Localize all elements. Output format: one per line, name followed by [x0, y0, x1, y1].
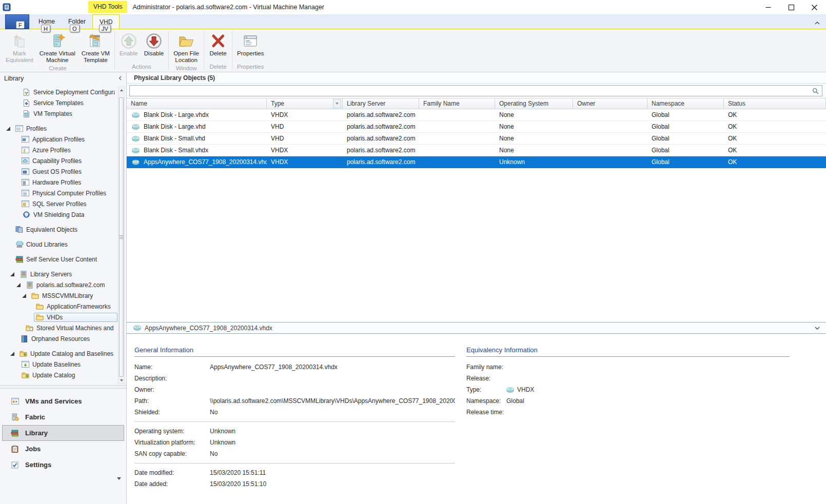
detail-field-description: Description:: [134, 373, 455, 384]
column-header-namespace[interactable]: Namespace: [647, 98, 724, 109]
scroll-up-icon[interactable]: [119, 87, 124, 93]
search-row: [127, 84, 826, 98]
sidebar-splitter[interactable]: [0, 385, 126, 389]
scrollbar-track[interactable]: [119, 93, 124, 97]
detail-field-name: Name:AppsAnywhere_COS77_1908_20200314.vh…: [134, 361, 455, 373]
cell-type: VHDX: [267, 145, 343, 156]
tree-item-update-catalog-and-baselines[interactable]: Update Catalog and Baselines: [0, 348, 126, 359]
column-header-type[interactable]: Type: [267, 98, 343, 109]
tree-item-applicationframeworks[interactable]: ApplicationFrameworks: [0, 301, 126, 312]
expanded-arrow-icon[interactable]: [6, 127, 10, 131]
nav-item-settings[interactable]: Settings: [2, 457, 124, 473]
maximize-button[interactable]: [780, 0, 803, 14]
cell-owner: [573, 133, 647, 144]
tree-item-self-service-user-content[interactable]: Self Service User Content: [0, 254, 126, 265]
vhd-disk-icon: [132, 148, 140, 153]
app-icon[interactable]: [3, 3, 11, 11]
tree-item-azure-profiles[interactable]: Azure Profiles: [0, 145, 126, 155]
expanded-arrow-icon[interactable]: [10, 272, 14, 276]
physical-computer-profiles-icon: [21, 190, 30, 197]
column-header-owner[interactable]: Owner: [573, 98, 647, 109]
ribbon-group-properties: PropertiesProperties: [233, 30, 267, 72]
properties-button[interactable]: Properties: [234, 30, 266, 58]
filter-dropdown-icon[interactable]: [333, 99, 341, 108]
tree-item-update-catalog[interactable]: Update Catalog: [0, 370, 126, 380]
cell-status: OK: [724, 121, 826, 132]
tree-item-guest-os-profiles[interactable]: Guest OS Profiles: [0, 166, 126, 177]
collapse-sidebar-icon[interactable]: [119, 76, 122, 80]
scroll-down-icon[interactable]: [119, 377, 124, 384]
tree-item-msscvmmlibrary[interactable]: MSSCVMMLibrary: [0, 290, 126, 301]
cell-type: VHDX: [267, 109, 343, 120]
table-row[interactable]: Blank Disk - Large.vhdxVHDXpolaris.ad.so…: [127, 109, 826, 121]
delete-button[interactable]: Delete: [206, 30, 230, 58]
table-row[interactable]: Blank Disk - Small.vhdxVHDXpolaris.ad.so…: [127, 145, 826, 156]
expanded-arrow-icon[interactable]: [10, 352, 14, 356]
vms-and-services-icon: [10, 398, 20, 405]
disable-button[interactable]: Disable: [142, 30, 166, 58]
column-header-library-server[interactable]: Library Server: [343, 98, 419, 109]
table-row[interactable]: AppsAnywhere_COS77_1908_20200314.vhdxVHD…: [127, 156, 826, 168]
tree-item-cloud-libraries[interactable]: Cloud Libraries: [0, 239, 126, 250]
field-label: Date modified:: [134, 469, 210, 476]
folder-icon: [35, 314, 44, 321]
create-virtual-machine-button[interactable]: Create VirtualMachine: [37, 30, 78, 65]
tree-item-vhds[interactable]: VHDs: [0, 312, 126, 322]
nav-item-library[interactable]: Library: [2, 425, 124, 441]
tree-item-label: Application Profiles: [32, 136, 85, 143]
cell-library-server: polaris.ad.software2.com: [343, 121, 419, 132]
cell-status: OK: [724, 145, 826, 156]
expanded-arrow-icon[interactable]: [16, 283, 21, 287]
column-header-name[interactable]: Name: [127, 98, 267, 109]
expanded-arrow-icon[interactable]: [22, 294, 26, 298]
application-profiles-icon: [21, 136, 30, 143]
chevron-down-icon[interactable]: [815, 327, 820, 330]
tree-item-service-deployment-configuratio[interactable]: Service Deployment Configuratio: [0, 87, 126, 97]
tree-item-stored-virtual-machines-and-se[interactable]: Stored Virtual Machines and Se: [0, 322, 126, 333]
table-row[interactable]: Blank Disk - Large.vhdVHDpolaris.ad.soft…: [127, 121, 826, 133]
field-label: Virtualization platform:: [134, 439, 210, 446]
table-row[interactable]: Blank Disk - Small.vhdVHDpolaris.ad.soft…: [127, 133, 826, 145]
workspace-overflow-icon[interactable]: [117, 477, 121, 480]
tree-item-label: MSSCVMMLibrary: [42, 292, 93, 299]
minimize-button[interactable]: [757, 0, 780, 14]
tree-item-polaris-ad-software2-com[interactable]: polaris.ad.software2.com: [0, 279, 126, 290]
tree-scrollbar[interactable]: [118, 86, 125, 384]
tree-item-vm-shielding-data[interactable]: VM Shielding Data: [0, 209, 126, 220]
column-header-operating-system[interactable]: Operating System: [495, 98, 573, 109]
vmm-window: VHD Tools Administrator - polaris.ad.sof…: [0, 0, 826, 504]
tree-item-vm-templates[interactable]: VM Templates: [0, 108, 126, 119]
tree-item-update-baselines[interactable]: Update Baselines: [0, 359, 126, 370]
open-file-location-button[interactable]: Open FileLocation: [171, 30, 202, 65]
tree-item-library-servers[interactable]: Library Servers: [0, 269, 126, 279]
stored-vms-icon: [25, 325, 34, 332]
column-header-status[interactable]: Status: [724, 98, 826, 109]
fabric-icon: [10, 413, 20, 421]
nav-item-fabric[interactable]: Fabric: [2, 409, 124, 425]
tree-item-hardware-profiles[interactable]: Hardware Profiles: [0, 177, 126, 188]
close-button[interactable]: [803, 0, 826, 14]
tree-item-physical-computer-profiles[interactable]: Physical Computer Profiles: [0, 188, 126, 198]
cell-type: VHDX: [267, 156, 343, 168]
tree-item-orphaned-resources[interactable]: Orphaned Resources: [0, 333, 126, 344]
tree-item-capability-profiles[interactable]: Capability Profiles: [0, 155, 126, 166]
tree-item-equivalent-objects[interactable]: Equivalent Objects: [0, 224, 126, 235]
tree-item-profiles[interactable]: Profiles: [0, 123, 126, 134]
tree-item-application-profiles[interactable]: Application Profiles: [0, 134, 126, 145]
field-value: \\polaris.ad.software2.com\MSSCVMMLibrar…: [210, 397, 455, 405]
tree-item-label: Profiles: [26, 125, 47, 132]
nav-item-jobs[interactable]: Jobs: [2, 441, 124, 457]
collapse-ribbon-icon[interactable]: [815, 19, 820, 26]
field-label: Description:: [134, 375, 210, 382]
column-header-family-name[interactable]: Family Name: [419, 98, 495, 109]
tree-item-service-templates[interactable]: Service Templates: [0, 97, 126, 108]
tree-item-label: Library Servers: [30, 271, 72, 278]
search-input[interactable]: [129, 85, 822, 96]
detail-field-namespace: Namespace:Global: [466, 395, 790, 407]
scrollbar-thumb[interactable]: [119, 97, 124, 377]
create-vm-template-button[interactable]: Create VMTemplate: [79, 30, 112, 65]
hardware-profiles-icon: [21, 179, 30, 186]
tree-item-sql-server-profiles[interactable]: SQL Server Profiles: [0, 198, 126, 209]
search-icon[interactable]: [812, 88, 819, 94]
nav-item-vms-and-services[interactable]: VMs and Services: [2, 393, 124, 409]
